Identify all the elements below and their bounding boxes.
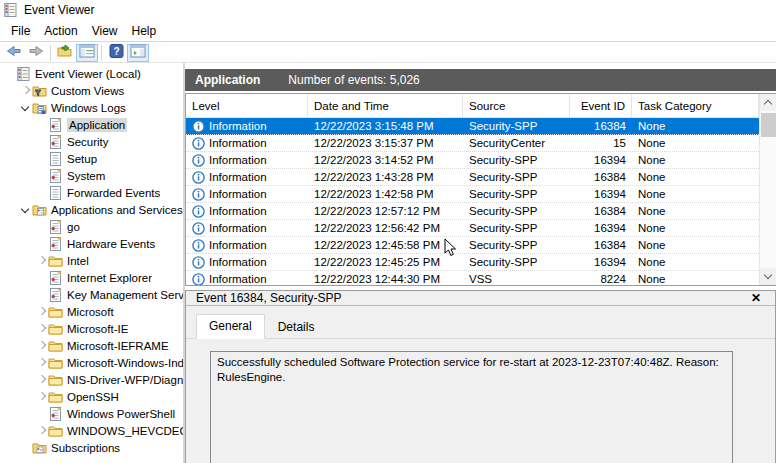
chevron-down-icon[interactable] bbox=[20, 102, 32, 114]
event-row[interactable]: Information12/22/2023 12:45:58 PMSecurit… bbox=[186, 237, 759, 254]
tree-item-label: Windows PowerShell bbox=[67, 408, 175, 420]
menu-help[interactable]: Help bbox=[125, 21, 164, 41]
tree-item-setup[interactable]: Setup bbox=[0, 150, 183, 167]
event-row[interactable]: Information12/22/2023 12:45:25 PMSecurit… bbox=[186, 254, 759, 271]
open-saved-log-button[interactable] bbox=[54, 44, 76, 62]
level-text: Information bbox=[209, 256, 267, 268]
information-icon bbox=[192, 171, 205, 184]
chevron-right-icon[interactable] bbox=[36, 425, 48, 437]
windows-logs-icon bbox=[32, 101, 47, 115]
chevron-right-icon[interactable] bbox=[36, 391, 48, 403]
tree-item-forwarded-events[interactable]: Forwarded Events bbox=[0, 184, 183, 201]
tree-item-nis-driver-wfp-diagnos[interactable]: NIS-Driver-WFP/Diagnos bbox=[0, 371, 183, 388]
tree-item-event-viewer-local-[interactable]: Event Viewer (Local) bbox=[0, 65, 183, 82]
scroll-up-icon[interactable] bbox=[760, 94, 776, 111]
menu-action[interactable]: Action bbox=[37, 21, 84, 41]
information-icon bbox=[192, 188, 205, 201]
tree-item-custom-views[interactable]: Custom Views bbox=[0, 82, 183, 99]
tree-item-applications-and-services-lo[interactable]: Applications and Services Lo bbox=[0, 201, 183, 218]
column-header-task[interactable]: Task Category bbox=[632, 94, 759, 117]
chevron-right-icon[interactable] bbox=[36, 323, 48, 335]
tree-item-hardware-events[interactable]: Hardware Events bbox=[0, 235, 183, 252]
tree-item-go[interactable]: go bbox=[0, 218, 183, 235]
tree-item-subscriptions[interactable]: Subscriptions bbox=[0, 439, 183, 456]
column-header-level[interactable]: Level bbox=[186, 94, 308, 117]
chevron-right-icon[interactable] bbox=[20, 85, 32, 97]
chevron-right-icon[interactable] bbox=[36, 255, 48, 267]
tree-item-application[interactable]: Application bbox=[0, 116, 183, 133]
console-tree: Event Viewer (Local)Custom ViewsWindows … bbox=[0, 63, 185, 463]
tree-item-windows-logs[interactable]: Windows Logs bbox=[0, 99, 183, 116]
level-cell: Information bbox=[186, 254, 308, 270]
log-name: Application bbox=[195, 73, 260, 87]
task-category-cell: None bbox=[632, 271, 759, 285]
tree-item-label: Microsoft-IE bbox=[67, 323, 128, 335]
tree-item-microsoft[interactable]: Microsoft bbox=[0, 303, 183, 320]
event-row[interactable]: Information12/22/2023 3:14:52 PMSecurity… bbox=[186, 152, 759, 169]
list-scrollbar[interactable] bbox=[759, 94, 776, 285]
level-text: Information bbox=[209, 171, 267, 183]
scroll-thumb[interactable] bbox=[761, 113, 776, 137]
event-description: Successfully scheduled Software Protecti… bbox=[210, 351, 733, 463]
column-header-source[interactable]: Source bbox=[463, 94, 570, 117]
close-icon[interactable]: ✕ bbox=[747, 291, 765, 305]
tree-spacer bbox=[4, 68, 16, 80]
tree-item-internet-explorer[interactable]: Internet Explorer bbox=[0, 269, 183, 286]
event-log-icon bbox=[48, 271, 63, 285]
tree-item-openssh[interactable]: OpenSSH bbox=[0, 388, 183, 405]
show-console-tree-button[interactable] bbox=[76, 44, 98, 62]
tree-item-label: Microsoft-Windows-Inde bbox=[67, 357, 183, 369]
tree-item-key-management-service[interactable]: Key Management Service bbox=[0, 286, 183, 303]
chevron-down-icon[interactable] bbox=[20, 204, 32, 216]
back-button[interactable] bbox=[3, 44, 25, 62]
menu-view[interactable]: View bbox=[85, 21, 125, 41]
event-row[interactable]: Information12/22/2023 3:15:48 PMSecurity… bbox=[186, 118, 759, 135]
datetime-cell: 12/22/2023 12:45:25 PM bbox=[308, 254, 463, 270]
tree-item-system[interactable]: System bbox=[0, 167, 183, 184]
help-button[interactable]: ? bbox=[105, 44, 127, 62]
event-row[interactable]: Information12/22/2023 12:44:30 PMVSS8224… bbox=[186, 271, 759, 285]
event-row[interactable]: Information12/22/2023 3:15:37 PMSecurity… bbox=[186, 135, 759, 152]
event-row[interactable]: Information12/22/2023 12:57:12 PMSecurit… bbox=[186, 203, 759, 220]
tree-item-label: Intel bbox=[67, 255, 89, 267]
log-header-bar: Application Number of events: 5,026 bbox=[185, 69, 776, 91]
level-cell: Information bbox=[186, 237, 308, 253]
column-header-date[interactable]: Date and Time bbox=[308, 94, 463, 117]
level-text: Information bbox=[209, 137, 267, 149]
show-action-pane-button[interactable] bbox=[127, 44, 149, 62]
tree-item-security[interactable]: Security bbox=[0, 133, 183, 150]
tree-item-microsoft-windows-inde[interactable]: Microsoft-Windows-Inde bbox=[0, 354, 183, 371]
information-icon bbox=[192, 222, 205, 235]
menu-file[interactable]: File bbox=[4, 21, 37, 41]
chevron-right-icon[interactable] bbox=[36, 306, 48, 318]
datetime-cell: 12/22/2023 12:56:42 PM bbox=[308, 220, 463, 236]
level-cell: Information bbox=[186, 203, 308, 219]
tree-item-windows-powershell[interactable]: Windows PowerShell bbox=[0, 405, 183, 422]
chevron-right-icon[interactable] bbox=[36, 357, 48, 369]
column-header-eventid[interactable]: Event ID bbox=[570, 94, 632, 117]
event-row[interactable]: Information12/22/2023 1:42:58 PMSecurity… bbox=[186, 186, 759, 203]
tab-general[interactable]: General bbox=[196, 314, 265, 339]
forward-button[interactable] bbox=[25, 44, 47, 62]
tree-item-intel[interactable]: Intel bbox=[0, 252, 183, 269]
toolbar-separator bbox=[101, 45, 102, 61]
event-row[interactable]: Information12/22/2023 12:56:42 PMSecurit… bbox=[186, 220, 759, 237]
event-row[interactable]: Information12/22/2023 1:43:28 PMSecurity… bbox=[186, 169, 759, 186]
tree-item-microsoft-ie[interactable]: Microsoft-IE bbox=[0, 320, 183, 337]
open-folder-icon bbox=[57, 44, 73, 62]
tree-item-microsoft-ieframe[interactable]: Microsoft-IEFRAME bbox=[0, 337, 183, 354]
level-cell: Information bbox=[186, 118, 308, 134]
tree-item-label: Hardware Events bbox=[67, 238, 155, 250]
tree-item-windows-hevcdecod[interactable]: WINDOWS_HEVCDECOD bbox=[0, 422, 183, 439]
scroll-down-icon[interactable] bbox=[760, 268, 776, 285]
event-preview-pane: Event 16384, Security-SPP ✕ General Deta… bbox=[185, 290, 776, 463]
event-log-icon bbox=[48, 169, 63, 183]
chevron-right-icon[interactable] bbox=[36, 340, 48, 352]
tree-spacer bbox=[36, 119, 48, 131]
tree-item-label: Application bbox=[67, 118, 127, 132]
datetime-cell: 12/22/2023 12:45:58 PM bbox=[308, 237, 463, 253]
chevron-right-icon[interactable] bbox=[36, 374, 48, 386]
scroll-track[interactable] bbox=[760, 111, 776, 268]
event-general-content: Successfully scheduled Software Protecti… bbox=[186, 339, 775, 463]
tab-details[interactable]: Details bbox=[265, 315, 328, 339]
